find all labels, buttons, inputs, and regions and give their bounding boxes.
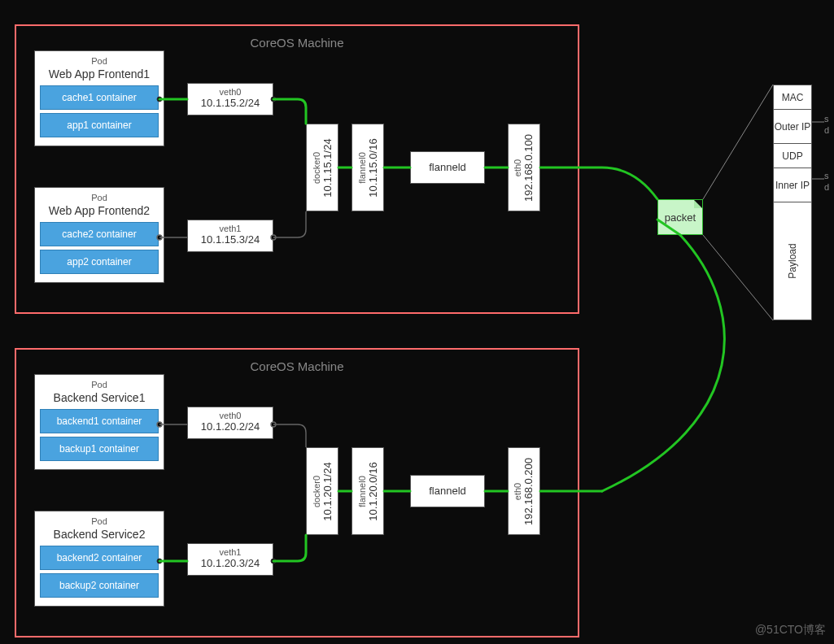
pod-label: Pod (40, 193, 159, 202)
pod-1: Pod Web App Frontend1 cache1 container a… (34, 50, 164, 146)
veth0-ip: 10.1.15.2/24 (188, 97, 273, 109)
pod-3: Pod Backend Service1 backend1 container … (34, 374, 164, 470)
edge-label: d (824, 125, 829, 135)
veth0-box-2: veth0 10.1.20.2/24 (187, 407, 273, 439)
veth1-ip: 10.1.15.3/24 (188, 233, 273, 246)
watermark: @51CTO博客 (755, 623, 826, 637)
stack-udp: UDP (774, 144, 811, 168)
veth1-box: veth1 10.1.15.3/24 (187, 220, 273, 252)
fold-corner-icon (694, 200, 702, 208)
pod-title: Web App Frontend1 (40, 67, 159, 80)
docker0-box-2: docker010.1.20.1/24 (306, 447, 338, 535)
docker0-box: docker010.1.15.1/24 (306, 124, 338, 211)
container: backend2 container (40, 546, 159, 570)
container: cache1 container (40, 85, 159, 110)
pod-title: Backend Service2 (40, 528, 159, 541)
machine-title: CoreOS Machine (250, 359, 343, 373)
veth0-box: veth0 10.1.15.2/24 (187, 83, 273, 115)
pod-label: Pod (40, 516, 159, 526)
edge-label: d (824, 182, 829, 192)
flanneld-box-2: flanneld (410, 475, 485, 507)
pod-title: Backend Service1 (40, 391, 159, 404)
eth0-box: eth0192.168.0.100 (508, 124, 540, 211)
flannel0-box: flannel010.1.15.0/16 (352, 124, 384, 211)
stack-payload: Payload (774, 202, 811, 320)
container: app2 container (40, 250, 159, 274)
container: backup2 container (40, 573, 159, 598)
edge-label: s (824, 114, 829, 124)
container: backend1 container (40, 409, 159, 433)
flanneld-box: flanneld (410, 151, 485, 184)
stack-mac: MAC (774, 85, 811, 110)
stack-outer-ip: Outer IP (774, 110, 811, 144)
pod-label: Pod (40, 56, 159, 66)
packet-box: packet (657, 199, 703, 235)
pod-label: Pod (40, 380, 159, 389)
pod-4: Pod Backend Service2 backend2 container … (34, 511, 164, 607)
container: app1 container (40, 113, 159, 137)
veth1-box-2: veth1 10.1.20.3/24 (187, 543, 273, 576)
flannel0-box-2: flannel010.1.20.0/16 (352, 447, 384, 535)
machine-title: CoreOS Machine (250, 36, 343, 50)
stack-inner-ip: Inner IP (774, 168, 811, 202)
veth0-label: veth0 (188, 87, 273, 97)
veth1-label: veth1 (188, 224, 273, 233)
pod-2: Pod Web App Frontend2 cache2 container a… (34, 187, 164, 283)
pod-title: Web App Frontend2 (40, 204, 159, 217)
edge-label: s (824, 171, 829, 181)
eth0-box-2: eth0192.168.0.200 (508, 447, 540, 535)
packet-stack: MAC Outer IP UDP Inner IP Payload (773, 85, 812, 320)
container: backup1 container (40, 437, 159, 461)
container: cache2 container (40, 222, 159, 246)
